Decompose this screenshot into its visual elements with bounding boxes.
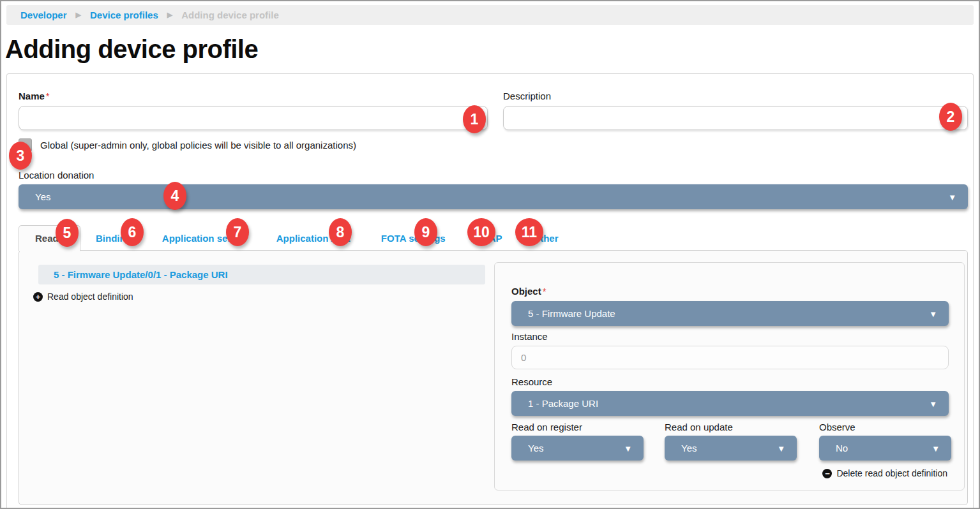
global-checkbox-label: Global (super-admin only, global policie… xyxy=(40,140,356,151)
plus-circle-icon: + xyxy=(33,292,43,302)
required-asterisk: * xyxy=(543,286,547,297)
required-asterisk: * xyxy=(46,91,50,101)
observe-label: Observe xyxy=(819,422,856,432)
object-label: Object* xyxy=(511,286,547,297)
read-on-update-label: Read on update xyxy=(665,422,733,432)
location-donation-label: Location donation xyxy=(19,170,94,181)
page-title: Adding device profile xyxy=(5,35,258,64)
minus-circle-icon: − xyxy=(822,469,832,478)
callout-badge-1: 1 xyxy=(463,105,486,133)
name-input[interactable] xyxy=(19,106,488,130)
reads-tab-panel: 5 - Firmware Update/0/1 - Package URI + … xyxy=(19,250,968,505)
resource-value: 1 - Package URI xyxy=(528,398,598,409)
breadcrumb-link-device-profiles[interactable]: Device profiles xyxy=(90,10,158,20)
breadcrumb: Developer ▶ Device profiles ▶ Adding dev… xyxy=(6,5,974,25)
breadcrumb-separator-icon: ▶ xyxy=(167,11,172,19)
callout-badge-8: 8 xyxy=(329,218,352,246)
chevron-down-icon: ▼ xyxy=(948,192,956,202)
read-on-update-value: Yes xyxy=(681,443,697,454)
resource-label: Resource xyxy=(511,376,552,387)
callout-badge-7: 7 xyxy=(226,218,249,246)
breadcrumb-separator-icon: ▶ xyxy=(76,11,81,19)
read-on-register-value: Yes xyxy=(528,443,543,454)
description-input[interactable] xyxy=(503,106,968,130)
location-donation-select[interactable]: Yes ▼ xyxy=(19,184,968,209)
add-read-definition-link[interactable]: + Read object definition xyxy=(33,291,133,302)
read-on-update-select[interactable]: Yes ▼ xyxy=(665,436,797,461)
object-value: 5 - Firmware Update xyxy=(528,308,615,319)
name-label: Name* xyxy=(19,91,50,101)
page: { "breadcrumb": { "items": [ { "label": … xyxy=(0,0,980,509)
breadcrumb-link-developer[interactable]: Developer xyxy=(20,10,67,20)
callout-badge-5: 5 xyxy=(56,219,79,247)
object-label-text: Object xyxy=(511,286,541,297)
tab-fota-settings[interactable]: FOTA settings xyxy=(366,226,461,251)
callout-badge-6: 6 xyxy=(121,218,144,246)
observe-value: No xyxy=(836,443,848,454)
observe-select[interactable]: No ▼ xyxy=(819,436,951,461)
delete-read-definition-link[interactable]: − Delete read object definition xyxy=(822,468,947,478)
delete-read-definition-label: Delete read object definition xyxy=(836,468,947,478)
chevron-down-icon: ▼ xyxy=(931,443,940,453)
object-select[interactable]: 5 - Firmware Update ▼ xyxy=(511,301,949,326)
chevron-down-icon: ▼ xyxy=(777,443,785,453)
description-label: Description xyxy=(503,91,551,101)
location-donation-value: Yes xyxy=(35,191,50,202)
callout-badge-4: 4 xyxy=(163,182,186,210)
add-read-definition-label: Read object definition xyxy=(47,291,133,302)
chevron-down-icon: ▼ xyxy=(929,399,937,408)
instance-input[interactable] xyxy=(511,346,949,369)
read-on-register-label: Read on register xyxy=(511,422,582,432)
breadcrumb-current: Adding device profile xyxy=(181,10,279,20)
chevron-down-icon: ▼ xyxy=(624,443,632,453)
device-profile-form: Name* Description Global (super-admin on… xyxy=(6,73,974,508)
callout-badge-10: 10 xyxy=(467,218,495,246)
read-definition-list-item[interactable]: 5 - Firmware Update/0/1 - Package URI xyxy=(38,265,485,284)
chevron-down-icon: ▼ xyxy=(929,309,937,318)
resource-select[interactable]: 1 - Package URI ▼ xyxy=(511,391,949,416)
callout-badge-2: 2 xyxy=(939,103,962,131)
read-on-register-select[interactable]: Yes ▼ xyxy=(511,436,644,461)
callout-badge-3: 3 xyxy=(9,142,32,170)
callout-badge-9: 9 xyxy=(414,218,437,246)
name-label-text: Name xyxy=(19,91,45,101)
callout-badge-11: 11 xyxy=(515,218,543,246)
instance-label: Instance xyxy=(511,331,548,342)
read-definition-editor: Object* 5 - Firmware Update ▼ Instance R… xyxy=(494,262,965,491)
